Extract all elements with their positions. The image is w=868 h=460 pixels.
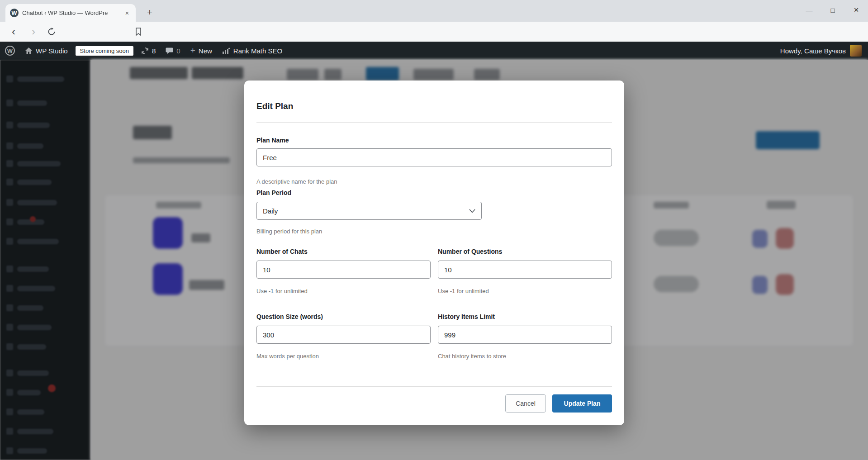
plan-name-help: A descriptive name for the plan [256,178,612,185]
wp-admin-bar: W WP Studio Store coming soon 8 0 + New [0,42,868,60]
cancel-button[interactable]: Cancel [505,394,546,413]
chats-label: Number of Chats [256,248,431,255]
history-limit-input[interactable] [438,326,612,344]
browser-window: W Chatbot ‹ WP Studio — WordPre × + — □ … [0,0,868,460]
howdy-text: Howdy, Саше Вучков [780,47,846,55]
plan-name-input[interactable] [256,148,612,166]
modal-footer: Cancel Update Plan [256,394,612,413]
maximize-button[interactable]: □ [821,0,844,20]
close-window-button[interactable]: × [844,0,868,20]
browser-toolbar: ‹ › Not secure http://wpstudio.local/wp-… [0,22,868,42]
updates-icon [141,47,149,55]
plan-period-label: Plan Period [256,189,612,196]
site-name: WP Studio [36,47,68,55]
comments-icon [166,47,173,54]
chevron-down-icon [469,209,475,213]
plan-period-help: Billing period for this plan [256,228,612,235]
wp-logo-menu[interactable]: W [0,42,20,60]
question-size-input[interactable] [256,326,431,344]
questions-help: Use -1 for unlimited [438,288,612,294]
plus-icon: + [190,46,195,56]
history-limit-label: History Items Limit [438,313,612,320]
forward-button[interactable]: › [25,22,42,42]
rank-math-label: Rank Math SEO [233,47,282,55]
back-button[interactable]: ‹ [5,22,22,42]
tab-close-icon[interactable]: × [123,9,131,17]
home-icon [25,47,33,54]
chats-help: Use -1 for unlimited [256,288,431,294]
tab-strip: W Chatbot ‹ WP Studio — WordPre × + — □ … [0,0,868,22]
modal-title: Edit Plan [256,101,612,111]
plan-period-select[interactable]: Daily [256,202,482,220]
questions-label: Number of Questions [438,248,612,255]
bookmark-icon[interactable] [130,22,147,42]
question-size-help: Max words per question [256,353,431,360]
edit-plan-modal: Edit Plan Plan Name A descriptive name f… [244,81,624,425]
chats-input[interactable] [256,261,431,279]
comments-link[interactable]: 0 [161,42,185,60]
account-menu[interactable]: Howdy, Саше Вучков [780,45,868,57]
plan-name-label: Plan Name [256,137,612,144]
avatar [850,45,862,57]
minimize-button[interactable]: — [797,0,821,20]
store-coming-soon-badge: Store coming soon [76,46,133,56]
window-controls: — □ × [797,0,868,20]
new-label: New [199,47,212,55]
update-plan-button[interactable]: Update Plan [552,394,612,413]
browser-tab[interactable]: W Chatbot ‹ WP Studio — WordPre × [5,4,136,22]
new-tab-button[interactable]: + [143,5,157,19]
updates-link[interactable]: 8 [136,42,161,60]
rank-math-icon [222,47,230,54]
questions-input[interactable] [438,261,612,279]
comment-count: 0 [176,47,180,55]
rank-math-link[interactable]: Rank Math SEO [217,42,287,60]
update-count: 8 [152,47,156,55]
new-content-link[interactable]: + New [185,42,217,60]
admin-viewport: Edit Plan Plan Name A descriptive name f… [0,60,868,460]
history-limit-help: Chat history items to store [438,353,612,360]
reload-button[interactable] [43,22,60,42]
wordpress-favicon-icon: W [10,9,19,17]
tab-title: Chatbot ‹ WP Studio — WordPre [22,9,119,16]
site-name-link[interactable]: WP Studio [20,42,73,60]
question-size-label: Question Size (words) [256,313,431,320]
divider [256,386,612,387]
plan-period-value: Daily [263,207,278,215]
wordpress-logo-icon: W [5,46,15,56]
divider [256,122,612,123]
